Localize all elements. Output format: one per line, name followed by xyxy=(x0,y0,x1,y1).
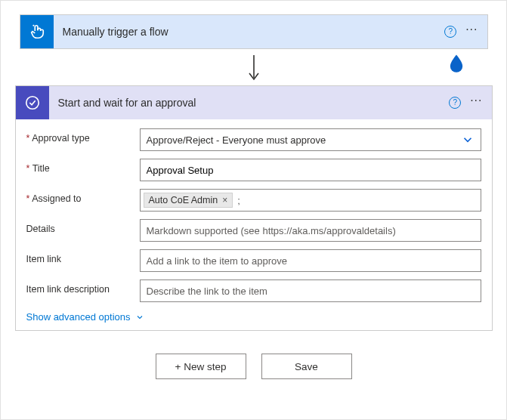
save-button[interactable]: Save xyxy=(261,354,352,379)
row-assigned-to: Assigned to Auto CoE Admin × ; xyxy=(26,189,481,212)
svg-point-2 xyxy=(26,97,39,110)
show-advanced-options-link[interactable]: Show advanced options xyxy=(26,311,144,323)
approval-type-value: Approve/Reject - Everyone must approve xyxy=(147,134,461,146)
approval-icon-tile xyxy=(16,86,49,119)
assigned-to-input[interactable]: Auto CoE Admin × ; xyxy=(140,189,481,212)
label-approval-type: Approval type xyxy=(26,128,140,144)
assignee-token-label: Auto CoE Admin xyxy=(149,195,218,205)
approval-form: Approval type Approve/Reject - Everyone … xyxy=(16,119,492,330)
label-title: Title xyxy=(26,159,140,174)
approval-header[interactable]: Start and wait for an approval ? ··· xyxy=(16,86,492,119)
flow-designer-canvas: Manually trigger a flow ? ··· Start and xyxy=(0,0,507,420)
row-approval-type: Approval type Approve/Reject - Everyone … xyxy=(26,128,481,151)
chevron-down-icon xyxy=(461,133,475,147)
title-input[interactable] xyxy=(140,159,481,181)
label-item-link: Item link xyxy=(26,249,140,264)
row-details: Details xyxy=(26,219,481,242)
remove-token-icon[interactable]: × xyxy=(222,195,227,205)
svg-point-0 xyxy=(32,25,34,26)
connector xyxy=(10,54,497,84)
help-icon[interactable]: ? xyxy=(444,26,456,38)
approval-check-icon xyxy=(24,94,41,111)
trigger-header[interactable]: Manually trigger a flow ? ··· xyxy=(20,15,487,48)
footer-buttons: + New step Save xyxy=(10,354,497,379)
approval-type-select[interactable]: Approve/Reject - Everyone must approve xyxy=(140,128,481,151)
label-details: Details xyxy=(26,219,140,234)
trigger-card[interactable]: Manually trigger a flow ? ··· xyxy=(20,14,488,49)
row-item-link-description: Item link description xyxy=(26,279,481,302)
label-item-link-description: Item link description xyxy=(26,279,140,295)
label-assigned-to: Assigned to xyxy=(26,189,140,204)
touch-icon xyxy=(29,23,45,40)
row-item-link: Item link xyxy=(26,249,481,272)
arrow-down-icon xyxy=(245,54,263,84)
ellipsis-icon[interactable]: ··· xyxy=(465,23,478,40)
approval-card: Start and wait for an approval ? ··· App… xyxy=(15,85,493,331)
item-link-description-input[interactable] xyxy=(140,279,481,302)
details-input[interactable] xyxy=(140,219,481,242)
item-link-input[interactable] xyxy=(140,249,481,272)
row-title: Title xyxy=(26,159,481,181)
assignee-token: Auto CoE Admin × xyxy=(144,193,233,208)
new-step-button[interactable]: + New step xyxy=(156,354,246,379)
chevron-down-icon xyxy=(135,313,144,322)
approval-title: Start and wait for an approval xyxy=(49,97,450,109)
advanced-options-label: Show advanced options xyxy=(26,311,131,323)
trigger-title: Manually trigger a flow xyxy=(54,26,445,38)
trigger-actions: ? ··· xyxy=(444,23,487,40)
ellipsis-icon[interactable]: ··· xyxy=(470,94,482,111)
water-drop-icon xyxy=(446,52,467,73)
help-icon[interactable]: ? xyxy=(449,97,461,109)
approval-actions: ? ··· xyxy=(449,94,491,111)
trigger-icon-tile xyxy=(20,15,54,48)
token-separator: ; xyxy=(236,195,242,206)
